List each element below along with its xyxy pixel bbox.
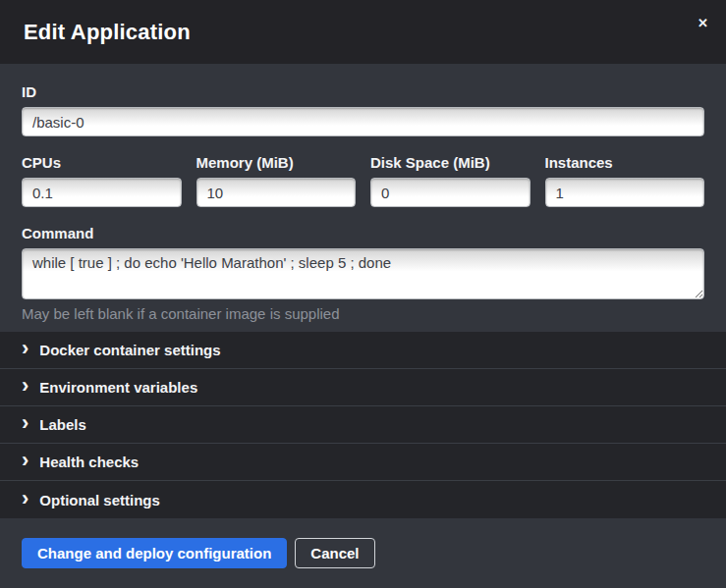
cpus-field-group: CPUs <box>22 154 182 207</box>
disk-input[interactable] <box>370 178 531 207</box>
section-label: Health checks <box>39 454 139 470</box>
section-label: Environment variables <box>39 379 197 396</box>
disk-label: Disk Space (MiB) <box>370 154 531 171</box>
resources-row: CPUs Memory (MiB) Disk Space (MiB) Insta… <box>22 154 704 207</box>
id-input[interactable] <box>22 107 704 136</box>
collapsible-sections: › Docker container settings › Environmen… <box>0 332 726 518</box>
section-docker-container-settings[interactable]: › Docker container settings <box>0 332 726 369</box>
cpus-input[interactable] <box>22 178 182 207</box>
section-label: Labels <box>39 416 86 433</box>
close-icon[interactable]: ✕ <box>695 14 711 32</box>
edit-application-modal: Edit Application ✕ ID CPUs Memory (MiB) … <box>0 0 726 588</box>
section-label: Optional settings <box>39 492 160 508</box>
disk-field-group: Disk Space (MiB) <box>370 154 531 207</box>
section-labels[interactable]: › Labels <box>0 406 726 444</box>
memory-label: Memory (MiB) <box>196 154 357 171</box>
chevron-right-icon: › <box>22 338 28 359</box>
modal-footer: Change and deploy configuration Cancel <box>0 518 726 588</box>
application-form: ID CPUs Memory (MiB) Disk Space (MiB) In… <box>0 64 726 332</box>
section-environment-variables[interactable]: › Environment variables <box>0 369 726 406</box>
id-field-group: ID <box>22 83 704 136</box>
memory-field-group: Memory (MiB) <box>196 154 357 207</box>
chevron-right-icon: › <box>22 412 28 434</box>
modal-title: Edit Application <box>24 20 191 45</box>
command-textarea[interactable]: while [ true ] ; do echo 'Hello Marathon… <box>22 248 704 299</box>
chevron-right-icon: › <box>22 488 28 509</box>
instances-label: Instances <box>545 154 705 171</box>
memory-input[interactable] <box>196 178 357 207</box>
chevron-right-icon: › <box>22 450 28 471</box>
command-field-group: Command while [ true ] ; do echo 'Hello … <box>22 225 704 322</box>
instances-input[interactable] <box>545 178 705 207</box>
change-and-deploy-button[interactable]: Change and deploy configuration <box>22 538 287 568</box>
instances-field-group: Instances <box>545 154 705 207</box>
modal-header: Edit Application ✕ <box>0 0 726 64</box>
section-health-checks[interactable]: › Health checks <box>0 444 726 481</box>
id-label: ID <box>22 83 704 100</box>
command-label: Command <box>22 225 704 241</box>
command-help-text: May be left blank if a container image i… <box>22 305 704 322</box>
cancel-button[interactable]: Cancel <box>295 538 374 568</box>
chevron-right-icon: › <box>22 375 28 397</box>
cpus-label: CPUs <box>22 154 182 171</box>
section-label: Docker container settings <box>39 342 220 358</box>
section-optional-settings[interactable]: › Optional settings <box>0 481 726 518</box>
